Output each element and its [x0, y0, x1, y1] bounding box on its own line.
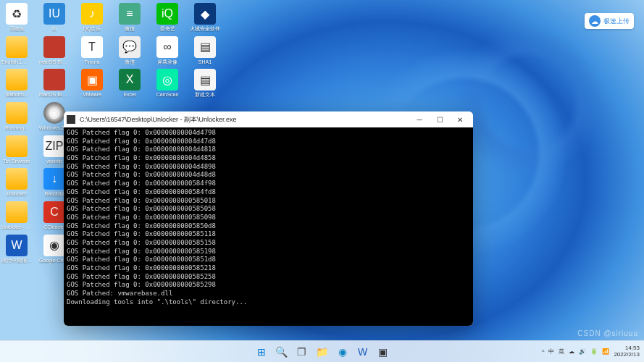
app-excel-icon: X [119, 69, 141, 90]
folder-tor[interactable]: Tor Browser [3, 135, 30, 164]
clock-date: 2022/2/13 [614, 352, 640, 358]
app-vmware[interactable]: ▣VMware [78, 69, 106, 98]
minimize-button[interactable]: ─ [409, 111, 430, 127]
file-txt-icon: ▤ [194, 69, 216, 90]
app-qq-icon: ♪ [81, 3, 103, 25]
app-camera-label: CamScan [156, 92, 179, 98]
app-qq[interactable]: ♪QQ音乐 [78, 3, 106, 32]
folder-tor-label: Tor Browser [3, 159, 30, 164]
app-excel[interactable]: XExcel [116, 69, 143, 98]
taskbar-right: ^中英☁🔊🔋📶 14:53 2022/2/13 [542, 345, 640, 358]
app-word[interactable]: W政治中期报告20... [3, 235, 30, 264]
file-shell-icon: ▤ [194, 36, 216, 58]
folder-unlocker1-label: Unlocker [7, 191, 27, 197]
app-chrome-icon: ◉ [43, 235, 65, 256]
app-wm[interactable]: ≡微信 [116, 3, 143, 32]
app-iqiyi[interactable]: iQ爱奇艺 [154, 3, 181, 32]
app-vmware-label: VMware [83, 92, 101, 98]
tray-icon-3[interactable]: ☁ [569, 348, 574, 355]
folder-unlocker2-label: Unlocker - 副本 [1, 224, 32, 230]
app-iqiyi-label: 爱奇艺 [160, 26, 175, 32]
folder-running-label: Running... [5, 125, 28, 131]
folder-unlocker1-icon [6, 168, 28, 190]
app-pr[interactable]: ◆火绒安全软件 [191, 3, 219, 32]
system-tray[interactable]: ^中英☁🔊🔋📶 [542, 348, 610, 355]
taskbar[interactable]: ⊞🔍❐📁◉W▣ ^中英☁🔊🔋📶 14:53 2022/2/13 [0, 340, 644, 362]
app-pr-label: 火绒安全软件 [190, 26, 220, 32]
file-txt[interactable]: ▤新建文本 [191, 69, 219, 98]
terminal-window[interactable]: C:\Users\16547\Desktop\Unlocker - 副本\Unl… [64, 111, 473, 326]
upload-label: 极速上传 [603, 17, 630, 26]
app-wm2-icon: 💬 [119, 36, 141, 58]
tray-icon-4[interactable]: 🔊 [579, 348, 586, 355]
taskbar-center: ⊞🔍❐📁◉W▣ [253, 343, 392, 361]
folder-macos1[interactable]: macOS Big Sur 2022 ... [41, 36, 68, 65]
tray-icon-5[interactable]: 🔋 [590, 348, 598, 355]
folder-unlocker2-icon [6, 201, 28, 223]
app-bandizip-label: Bandizip [45, 191, 64, 197]
taskbar-start-icon[interactable]: ⊞ [253, 343, 270, 361]
folder-macos1-label: macOS Big Sur 2022 ... [39, 59, 70, 65]
zip-wpsvip-icon: ZIP [43, 135, 65, 157]
file-shell[interactable]: ▤SHA1 [191, 36, 219, 65]
maximize-button[interactable]: ☐ [430, 111, 450, 127]
folder-platform[interactable]: platform... [3, 69, 30, 98]
app-iqiyi-icon: iQ [156, 3, 178, 25]
upload-button[interactable]: ☁ 极速上传 [585, 13, 634, 29]
folder-running-icon [6, 102, 28, 124]
folder-macos2[interactable]: macOS Big Sur 2022 ... [41, 69, 68, 98]
app-iu-icon: IU [43, 3, 65, 25]
app-ccleaner-label: CCleaner [43, 224, 65, 230]
folder-macos2-label: macOS Big Sur 2022 ... [39, 92, 70, 98]
folder-unlocker1[interactable]: Unlocker [3, 168, 30, 197]
window-controls: ─ ☐ ✕ [409, 111, 470, 127]
app-hs-label: 屏幕录像 [157, 59, 177, 65]
app-wm2[interactable]: 💬微信 [116, 36, 143, 65]
taskbar-terminal-icon[interactable]: ▣ [375, 343, 392, 361]
folder-running[interactable]: Running... [3, 102, 30, 131]
zip-wpsvip-label: wpsvip [46, 159, 62, 164]
tray-icon-1[interactable]: 中 [548, 348, 554, 355]
taskbar-word-icon[interactable]: W [354, 343, 372, 361]
app-typora[interactable]: TTypora [78, 36, 106, 65]
app-word-icon: W [6, 235, 28, 256]
app-wm2-label: 微信 [125, 59, 135, 65]
window-title: C:\Users\16547\Desktop\Unlocker - 副本\Unl… [80, 115, 409, 125]
app-vmware-icon: ▣ [81, 69, 103, 90]
file-shell-label: SHA1 [198, 59, 212, 65]
app-pr-icon: ◆ [194, 3, 216, 25]
app-typora-label: Typora [84, 59, 99, 65]
app-excel-label: Excel [123, 92, 135, 98]
tray-icon-0[interactable]: ^ [542, 348, 545, 355]
folder-english-label: English工作文件夹 [1, 59, 32, 65]
app-wm-label: 微信 [125, 26, 135, 32]
terminal-output[interactable]: GOS Patched flag 0: 0x00000000004d4798 G… [64, 127, 473, 326]
titlebar[interactable]: C:\Users\16547\Desktop\Unlocker - 副本\Unl… [64, 111, 473, 127]
file-txt-label: 新建文本 [195, 92, 215, 98]
app-hs[interactable]: ∞屏幕录像 [154, 36, 181, 65]
folder-macos2-icon [43, 69, 65, 90]
recycle-bin-icon: ♻ [6, 3, 28, 25]
folder-macos1-icon [43, 36, 65, 58]
app-hs-icon: ∞ [156, 36, 178, 58]
folder-english-icon [6, 36, 28, 58]
tray-icon-2[interactable]: 英 [559, 348, 564, 355]
close-button[interactable]: ✕ [450, 111, 470, 127]
iso-windows-icon: ◉ [43, 102, 65, 124]
folder-english[interactable]: English工作文件夹 [3, 36, 30, 65]
tray-icon-6[interactable]: 📶 [602, 348, 609, 355]
app-wm-icon: ≡ [119, 3, 141, 25]
taskbar-task-view-icon[interactable]: ❐ [293, 343, 311, 361]
clock[interactable]: 14:53 2022/2/13 [614, 345, 640, 358]
taskbar-edge-icon[interactable]: ◉ [334, 343, 351, 361]
app-camera-icon: ◎ [156, 69, 178, 90]
app-camera[interactable]: ◎CamScan [154, 69, 181, 98]
taskbar-search-icon[interactable]: 🔍 [273, 343, 290, 361]
folder-platform-label: platform... [5, 92, 28, 98]
app-bandizip-icon: ↓ [43, 168, 65, 190]
app-iu[interactable]: IUIu [41, 3, 68, 32]
taskbar-explorer-icon[interactable]: 📁 [314, 343, 331, 361]
app-icon [67, 115, 75, 124]
folder-unlocker2[interactable]: Unlocker - 副本 [3, 201, 30, 230]
recycle-bin[interactable]: ♻回收站 [3, 3, 30, 32]
